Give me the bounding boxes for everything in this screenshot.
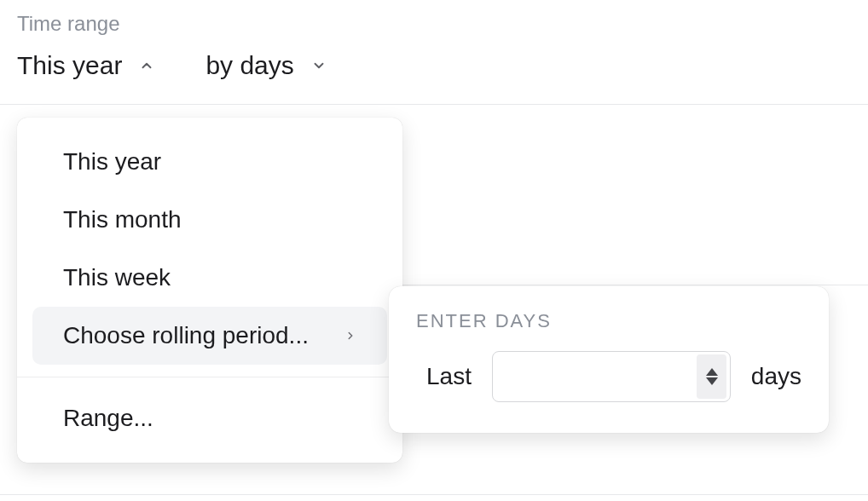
menu-separator xyxy=(17,377,402,377)
section-label: Time range xyxy=(0,0,868,43)
menu-item-label: This year xyxy=(63,148,161,176)
flyout-prefix: Last xyxy=(426,363,472,390)
menu-item-label: This month xyxy=(63,206,182,233)
menu-item-range[interactable]: Range... xyxy=(32,389,387,447)
stepper-up-icon xyxy=(706,368,718,376)
flyout-suffix: days xyxy=(751,363,801,390)
selectors-row: This year by days xyxy=(0,43,868,104)
granularity-value: by days xyxy=(205,51,293,80)
days-number-input-wrapper xyxy=(492,351,731,402)
menu-item-label: Choose rolling period... xyxy=(63,322,309,349)
menu-item-this-month[interactable]: This month xyxy=(32,191,387,249)
divider xyxy=(0,494,868,495)
number-stepper[interactable] xyxy=(697,354,726,399)
days-input[interactable] xyxy=(506,364,697,390)
rolling-period-flyout: ENTER DAYS Last days xyxy=(389,286,829,433)
menu-item-label: This week xyxy=(63,264,171,291)
menu-item-label: Range... xyxy=(63,405,153,432)
divider xyxy=(0,104,868,105)
chevron-right-icon xyxy=(344,326,356,345)
stepper-down-icon xyxy=(706,377,718,385)
chevron-down-icon xyxy=(311,58,327,73)
flyout-title: ENTER DAYS xyxy=(416,310,801,332)
menu-item-this-year[interactable]: This year xyxy=(32,133,387,191)
menu-item-choose-rolling-period[interactable]: Choose rolling period... xyxy=(32,307,387,365)
divider xyxy=(399,285,868,285)
granularity-selector[interactable]: by days xyxy=(205,51,326,80)
time-range-dropdown: This year This month This week Choose ro… xyxy=(17,118,402,463)
chevron-up-icon xyxy=(139,58,154,73)
time-range-value: This year xyxy=(17,51,122,80)
time-range-selector[interactable]: This year xyxy=(17,51,154,80)
menu-item-this-week[interactable]: This week xyxy=(32,249,387,307)
flyout-body: Last days xyxy=(416,351,801,402)
